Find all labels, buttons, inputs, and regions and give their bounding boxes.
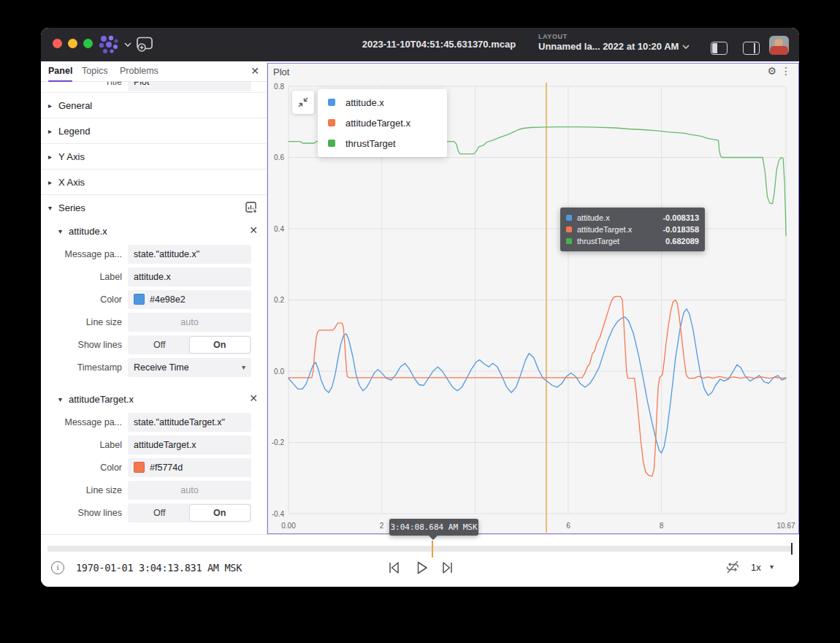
plot-panel[interactable]: Plot ⚙ ⋮ 0.80.60.40.20.0-0.2-0.40.002468… bbox=[267, 63, 799, 534]
chevron-right-icon: ▸ bbox=[48, 102, 58, 110]
show-lines-toggle[interactable]: OffOn bbox=[128, 335, 251, 354]
remove-series-icon[interactable]: ✕ bbox=[249, 224, 258, 236]
loop-off-icon[interactable] bbox=[725, 559, 741, 575]
field-label: Label bbox=[41, 440, 128, 450]
y-tick-label: 0.0 bbox=[274, 368, 284, 376]
chevron-down-icon: ▾ bbox=[242, 358, 245, 377]
y-tick-label: 0.2 bbox=[274, 296, 284, 304]
field-input[interactable]: attitude.x bbox=[128, 267, 251, 286]
close-window-button[interactable] bbox=[53, 39, 62, 48]
legend-label: attitude.x bbox=[345, 97, 384, 108]
series-item-attitudeTarget.x[interactable]: ▾attitudeTarget.x✕ bbox=[41, 388, 267, 410]
desktop-background: 2023-11-10T04:51:45.631370.mcap LAYOUT U… bbox=[0, 0, 840, 643]
layout-label: LAYOUT bbox=[538, 33, 679, 40]
remove-series-icon[interactable]: ✕ bbox=[249, 392, 258, 404]
y-tick-label: -0.4 bbox=[272, 510, 285, 518]
toggle-off-option[interactable]: Off bbox=[129, 337, 190, 353]
timestamp-select[interactable]: Receive Time▾ bbox=[128, 358, 251, 377]
legend-label: thrustTarget bbox=[345, 138, 396, 149]
section-label: General bbox=[58, 100, 92, 111]
section-label: Legend bbox=[58, 126, 90, 137]
field-label: Color bbox=[41, 294, 128, 305]
add-series-icon[interactable] bbox=[245, 201, 258, 214]
chevron-right-icon: ▸ bbox=[48, 153, 58, 161]
sidebar-tabbar: Panel Topics Problems ✕ bbox=[41, 61, 267, 82]
data-source-title[interactable]: 2023-11-10T04:51:45.631370.mcap bbox=[348, 39, 530, 50]
timeline-scrubber[interactable] bbox=[47, 546, 793, 552]
sidebar-section-general[interactable]: ▸General bbox=[41, 92, 267, 118]
seek-start-button[interactable] bbox=[384, 558, 403, 577]
zoom-window-button[interactable] bbox=[83, 39, 93, 48]
collapse-arrows-icon bbox=[297, 96, 309, 108]
field-input[interactable]: state."attitude.x" bbox=[128, 245, 251, 264]
tab-topics[interactable]: Topics bbox=[82, 61, 107, 82]
tooltip-value: 0.682089 bbox=[665, 237, 699, 246]
chevron-right-icon: ▸ bbox=[48, 178, 58, 186]
sidebar-section-legend[interactable]: ▸Legend bbox=[41, 118, 267, 143]
add-panel-icon[interactable] bbox=[136, 37, 153, 52]
legend-item-thrustTarget[interactable]: thrustTarget bbox=[318, 133, 447, 153]
collapse-legend-button[interactable] bbox=[292, 91, 314, 114]
x-tick-label: 10.67 bbox=[776, 522, 795, 530]
field-row-line-size: Line sizeauto bbox=[41, 313, 267, 332]
settings-sidebar: Panel Topics Problems ✕ Title Plot ▸Gene… bbox=[41, 61, 267, 534]
title-field-label: Title bbox=[41, 82, 128, 87]
sidebar-section-y-axis[interactable]: ▸Y Axis bbox=[41, 143, 267, 169]
tooltip-value: -0.018358 bbox=[663, 225, 699, 234]
legend-item-attitudeTarget.x[interactable]: attitudeTarget.x bbox=[318, 113, 447, 133]
tooltip-row: thrustTarget0.682089 bbox=[566, 235, 699, 247]
field-input[interactable]: state."attitudeTarget.x" bbox=[128, 413, 251, 432]
field-row-timestamp: TimestampReceive Time▾ bbox=[41, 358, 267, 377]
chevron-down-icon: ▾ bbox=[48, 204, 58, 212]
tab-panel[interactable]: Panel bbox=[48, 61, 72, 82]
tab-problems[interactable]: Problems bbox=[120, 61, 159, 82]
field-input[interactable]: auto bbox=[128, 313, 251, 332]
title-field-input[interactable]: Plot bbox=[128, 82, 251, 91]
layout-selector[interactable]: LAYOUT Unnamed la... 2022 at 10:20 AM bbox=[538, 33, 679, 52]
title-field-clipped: Title Plot bbox=[41, 82, 267, 92]
layout-chevron-icon[interactable] bbox=[682, 44, 690, 50]
legend-swatch bbox=[328, 119, 335, 126]
field-input[interactable]: auto bbox=[128, 481, 251, 500]
right-sidebar-toggle-icon[interactable] bbox=[743, 42, 760, 55]
series-line-attitudeTarget.x bbox=[289, 297, 786, 476]
section-label: Series bbox=[58, 202, 85, 213]
speed-chevron-icon[interactable]: ▾ bbox=[770, 563, 774, 571]
minimize-window-button[interactable] bbox=[68, 39, 77, 48]
show-lines-toggle[interactable]: OffOn bbox=[128, 503, 251, 522]
toggle-on-option[interactable]: On bbox=[190, 337, 251, 353]
series-item-attitude.x[interactable]: ▾attitude.x✕ bbox=[41, 220, 267, 242]
field-row-show-lines: Show linesOffOn bbox=[41, 503, 267, 522]
seek-end-button[interactable] bbox=[438, 558, 457, 577]
series-fields: Message pa...state."attitudeTarget.x"Lab… bbox=[41, 413, 267, 522]
color-swatch[interactable] bbox=[134, 294, 145, 305]
field-label: Show lines bbox=[41, 340, 128, 350]
field-label: Label bbox=[41, 272, 128, 282]
field-row-line-size: Line sizeauto bbox=[41, 481, 267, 500]
color-field[interactable]: #f5774d bbox=[128, 458, 251, 477]
toggle-off-option[interactable]: Off bbox=[129, 505, 190, 521]
legend-item-attitude.x[interactable]: attitude.x bbox=[318, 92, 447, 113]
close-sidebar-icon[interactable]: ✕ bbox=[251, 65, 259, 77]
legend-swatch bbox=[328, 99, 335, 106]
user-avatar[interactable] bbox=[769, 36, 789, 55]
app-menu-chevron-icon[interactable] bbox=[124, 42, 131, 47]
tooltip-row: attitude.x-0.008313 bbox=[566, 212, 699, 224]
playback-bar: i 1970-01-01 3:04:13.831 AM MSK 1x ▾ bbox=[41, 534, 799, 587]
left-sidebar-toggle-icon[interactable] bbox=[711, 42, 728, 55]
color-swatch[interactable] bbox=[134, 462, 145, 473]
playback-speed[interactable]: 1x bbox=[751, 562, 761, 573]
sidebar-section-series[interactable]: ▾Series bbox=[41, 194, 267, 220]
legend-label: attitudeTarget.x bbox=[345, 118, 411, 129]
foxglove-logo-icon[interactable] bbox=[96, 35, 121, 54]
sidebar-section-x-axis[interactable]: ▸X Axis bbox=[41, 169, 267, 194]
color-field[interactable]: #4e98e2 bbox=[128, 290, 251, 309]
field-input[interactable]: attitudeTarget.x bbox=[128, 435, 251, 454]
info-circle-icon[interactable]: i bbox=[51, 561, 64, 574]
play-button[interactable] bbox=[412, 558, 431, 577]
field-row-message-pa-: Message pa...state."attitudeTarget.x" bbox=[41, 413, 267, 432]
layout-name: Unnamed la... 2022 at 10:20 AM bbox=[538, 41, 679, 52]
field-label: Timestamp bbox=[41, 362, 128, 373]
toggle-on-option[interactable]: On bbox=[190, 505, 251, 521]
chevron-down-icon: ▾ bbox=[58, 395, 69, 403]
